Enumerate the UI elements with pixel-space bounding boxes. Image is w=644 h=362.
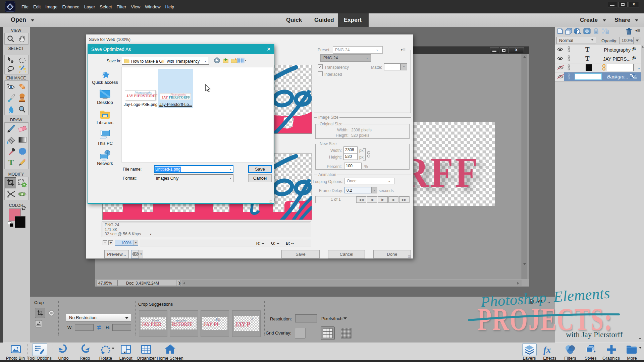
svg-text:Photoshop Elements: Photoshop Elements bbox=[480, 288, 610, 310]
svg-text:with Jay Pierstorff: with Jay Pierstorff bbox=[566, 330, 623, 339]
svg-text:?: ? bbox=[136, 252, 138, 256]
svg-text:T: T bbox=[8, 158, 14, 167]
